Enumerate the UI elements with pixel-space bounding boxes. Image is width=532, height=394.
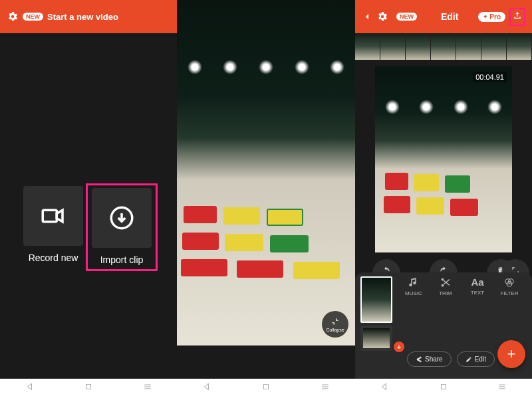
editor-preview[interactable]: 00:04.91 bbox=[355, 60, 532, 259]
thumb[interactable] bbox=[507, 33, 532, 60]
pill-row: Share Edit bbox=[407, 351, 495, 367]
nav-recent-icon[interactable] bbox=[497, 382, 507, 391]
scene-image bbox=[177, 0, 355, 345]
bolt-icon bbox=[483, 14, 488, 19]
tab-music-label: MUSIC bbox=[405, 290, 422, 296]
collapse-icon bbox=[331, 317, 340, 326]
edit-button[interactable]: Edit bbox=[457, 351, 495, 367]
export-button[interactable] bbox=[509, 8, 525, 26]
camera-icon bbox=[39, 202, 67, 230]
ceiling-lights bbox=[177, 60, 355, 86]
panel-editor: NEW Edit Pro bbox=[355, 0, 532, 379]
gear-icon[interactable] bbox=[7, 11, 19, 23]
record-new-tile[interactable] bbox=[23, 186, 83, 246]
gear-icon[interactable] bbox=[376, 11, 388, 23]
editor-title: Edit bbox=[425, 11, 474, 22]
ceiling-lights bbox=[375, 100, 512, 126]
back-icon[interactable] bbox=[362, 11, 372, 22]
music-icon bbox=[408, 276, 420, 288]
tab-filter-label: FILTER bbox=[501, 290, 519, 296]
clip-strip[interactable] bbox=[360, 326, 392, 351]
thumb[interactable] bbox=[456, 33, 481, 60]
nav-back-icon[interactable] bbox=[202, 382, 211, 391]
android-nav bbox=[354, 379, 532, 394]
panel-start-body: Record new Import clip bbox=[0, 33, 177, 379]
svg-rect-9 bbox=[441, 384, 446, 389]
tab-music[interactable]: MUSIC bbox=[398, 276, 430, 296]
tab-text[interactable]: Aa TEXT bbox=[462, 276, 493, 296]
android-nav bbox=[0, 379, 178, 394]
text-icon: Aa bbox=[471, 276, 483, 288]
nav-recent-icon[interactable] bbox=[143, 382, 152, 391]
timestamp: 00:04.91 bbox=[473, 72, 507, 82]
thumb[interactable] bbox=[355, 33, 380, 60]
nav-home-icon[interactable] bbox=[440, 383, 448, 391]
nav-back-icon[interactable] bbox=[380, 382, 389, 391]
collapse-label: Collapse bbox=[326, 328, 344, 332]
nav-home-icon[interactable] bbox=[84, 383, 92, 391]
editor-sheet: + MUSIC TRIM Aa TEXT bbox=[355, 272, 532, 379]
header-start: NEW Start a new video bbox=[0, 0, 177, 33]
timeline-thumbs[interactable] bbox=[355, 33, 532, 60]
header-editor: NEW Edit Pro bbox=[355, 0, 532, 33]
collapse-button[interactable]: Collapse bbox=[322, 311, 348, 338]
thumb[interactable] bbox=[481, 33, 507, 60]
tab-text-label: TEXT bbox=[471, 290, 484, 296]
thumb[interactable] bbox=[431, 33, 456, 60]
pencil-icon bbox=[466, 356, 472, 363]
svg-rect-0 bbox=[43, 210, 57, 222]
share-button[interactable]: Share bbox=[407, 351, 452, 367]
pro-badge[interactable]: Pro bbox=[478, 12, 505, 22]
new-badge: NEW bbox=[23, 13, 43, 21]
clip-thumbnail[interactable] bbox=[360, 276, 392, 323]
video-preview[interactable]: Collapse bbox=[177, 0, 355, 345]
record-new-label: Record new bbox=[29, 252, 78, 263]
scissors-icon bbox=[440, 276, 452, 288]
svg-rect-8 bbox=[263, 384, 268, 389]
android-nav bbox=[178, 379, 355, 394]
panel-preview: Collapse bbox=[177, 0, 355, 379]
tile-row: Record new Import clip bbox=[0, 186, 177, 267]
panel-start: NEW Start a new video Record new Import … bbox=[0, 0, 177, 379]
download-circle-icon bbox=[108, 204, 136, 232]
import-clip-tile[interactable] bbox=[92, 188, 152, 248]
header-title: Start a new video bbox=[47, 12, 118, 22]
svg-point-3 bbox=[442, 284, 444, 287]
share-icon bbox=[416, 356, 422, 363]
preview-frame bbox=[375, 66, 512, 252]
nav-home-icon[interactable] bbox=[262, 383, 270, 391]
filter-icon bbox=[503, 276, 515, 288]
nav-recent-icon[interactable] bbox=[321, 382, 330, 391]
thumb[interactable] bbox=[380, 33, 406, 60]
market-table bbox=[177, 179, 355, 299]
tab-trim-label: TRIM bbox=[439, 290, 452, 296]
nav-back-icon[interactable] bbox=[25, 382, 35, 391]
tab-filter[interactable]: FILTER bbox=[493, 276, 525, 296]
import-clip-label: Import clip bbox=[100, 254, 144, 265]
thumb[interactable] bbox=[406, 33, 431, 60]
record-new-block[interactable]: Record new bbox=[23, 186, 83, 267]
editor-body: 00:04.91 Undo Redo Delete Expand bbox=[355, 33, 532, 379]
add-fab[interactable]: + bbox=[497, 340, 525, 368]
add-clip-mini[interactable]: + bbox=[394, 342, 404, 352]
new-badge: NEW bbox=[396, 13, 417, 21]
svg-rect-7 bbox=[86, 384, 91, 389]
share-label: Share bbox=[425, 355, 443, 363]
export-icon bbox=[512, 11, 523, 21]
edit-label: Edit bbox=[475, 355, 486, 363]
pro-label: Pro bbox=[489, 13, 501, 21]
svg-point-2 bbox=[442, 278, 444, 281]
android-nav-row bbox=[0, 379, 532, 394]
import-clip-block[interactable]: Import clip bbox=[86, 183, 158, 271]
tab-trim[interactable]: TRIM bbox=[430, 276, 462, 296]
